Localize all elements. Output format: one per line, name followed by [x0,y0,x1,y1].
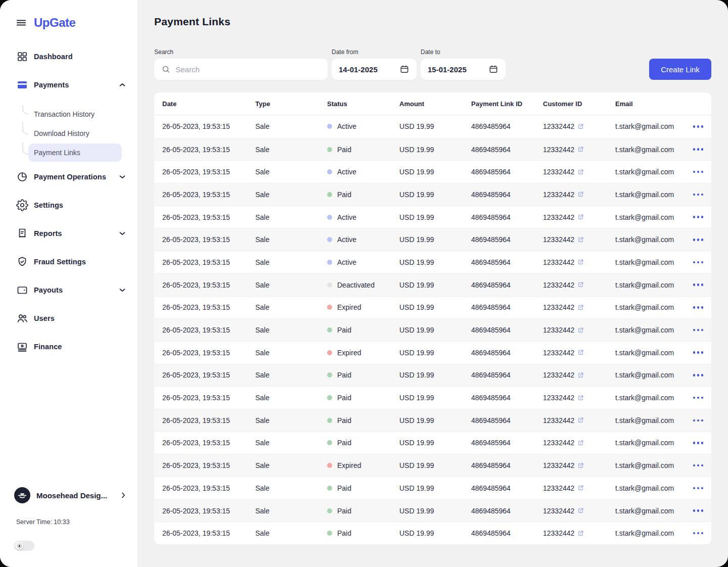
external-link-icon[interactable] [577,372,584,379]
row-actions-button[interactable] [693,349,704,356]
cell-status: Paid [327,507,399,515]
sidebar-item-dashboard[interactable]: Dashboard [0,49,138,65]
sidebar-item-download-history[interactable]: Download History [28,124,122,143]
sidebar-item-label: Payments [34,81,69,89]
row-actions-button[interactable] [693,462,704,469]
external-link-icon[interactable] [577,304,584,311]
cell-status: Paid [327,371,399,379]
sidebar-item-payment-links[interactable]: Payment Links [28,144,122,162]
sidebar-item-fraud-settings[interactable]: Fraud Settings [0,254,138,270]
cell-date: 26-05-2023, 19:53:15 [162,303,255,311]
cell-amount: USD 19.99 [399,258,471,266]
account-switcher[interactable]: Moosehead Desig... [14,487,125,503]
cell-type: Sale [255,303,327,311]
row-actions-button[interactable] [693,372,704,379]
external-link-icon[interactable] [577,259,584,265]
column-header-amount: Amount [399,100,471,108]
row-actions-button[interactable] [693,281,704,288]
cell-email: t.stark@gmail.com [615,122,689,130]
cell-customer-id: 12332442 [543,258,615,266]
chevron-up-icon [119,83,125,87]
external-link-icon[interactable] [577,395,584,401]
cell-type: Sale [255,122,327,130]
sidebar-item-payouts[interactable]: Payouts [0,282,138,298]
external-link-icon[interactable] [577,191,584,198]
external-link-icon[interactable] [577,214,584,220]
row-actions-button[interactable] [693,327,704,334]
status-dot [327,169,332,174]
external-link-icon[interactable] [577,281,584,288]
sidebar-item-payments[interactable]: Payments [0,77,138,93]
date-from-input[interactable] [339,65,399,74]
status-label: Paid [337,484,351,492]
row-actions-button[interactable] [693,304,704,311]
row-actions-button[interactable] [693,259,704,266]
row-actions-button[interactable] [693,123,704,130]
row-actions-button[interactable] [693,440,704,446]
date-to-filter: Date to [421,49,506,80]
row-actions-button[interactable] [693,395,704,401]
sidebar-item-reports[interactable]: Reports [0,225,138,242]
row-actions-button[interactable] [693,146,704,153]
cell-amount: USD 19.99 [399,168,471,176]
row-actions-button[interactable] [693,530,704,537]
status-label: Active [337,122,356,130]
sidebar-item-users[interactable]: Users [0,310,138,326]
status-label: Paid [337,371,351,379]
cell-date: 26-05-2023, 19:53:15 [162,507,255,515]
row-actions-button[interactable] [693,169,704,175]
sidebar-item-finance[interactable]: Finance [0,339,138,355]
sidebar-item-payment-operations[interactable]: Payment Operations [0,169,138,185]
customer-id-value: 12332442 [543,191,574,199]
cell-status: Active [327,258,399,266]
cell-status: Paid [327,146,399,154]
cell-status: Active [327,168,399,176]
sidebar-item-settings[interactable]: Settings [0,197,138,213]
create-link-button[interactable]: Create Link [649,59,711,80]
hamburger-menu-icon[interactable] [15,17,27,29]
table-row: 26-05-2023, 19:53:15 Sale Expired USD 19… [154,341,711,364]
external-link-icon[interactable] [577,327,584,334]
cell-status: Paid [327,529,399,537]
row-actions-button[interactable] [693,214,704,220]
search-input[interactable] [175,65,321,74]
cell-customer-id: 12332442 [543,484,615,492]
cell-customer-id: 12332442 [543,213,615,221]
external-link-icon[interactable] [577,530,584,537]
external-link-icon[interactable] [577,507,584,514]
external-link-icon[interactable] [577,123,584,130]
external-link-icon[interactable] [577,169,584,175]
tree-connector [22,143,28,155]
cell-date: 26-05-2023, 19:53:15 [162,191,255,199]
table-row: 26-05-2023, 19:53:15 Sale Deactivated US… [154,273,711,296]
external-link-icon[interactable] [577,237,584,243]
column-header-status: Status [327,100,399,108]
date-to-input[interactable] [428,65,488,74]
status-dot [327,192,332,197]
date-from-label: Date from [332,49,417,56]
customer-id-value: 12332442 [543,281,574,289]
external-link-icon[interactable] [577,349,584,356]
row-actions-button[interactable] [693,417,704,424]
row-actions-button[interactable] [693,485,704,492]
sidebar: UpGate Dashboard Payments [0,0,138,567]
cell-email: t.stark@gmail.com [615,349,689,357]
external-link-icon[interactable] [577,440,584,446]
calendar-icon[interactable] [488,64,498,74]
external-link-icon[interactable] [577,462,584,469]
row-actions-button[interactable] [693,237,704,243]
row-actions-button[interactable] [693,507,704,514]
cell-email: t.stark@gmail.com [615,371,689,379]
cell-date: 26-05-2023, 19:53:15 [162,529,255,537]
app-window: UpGate Dashboard Payments [0,0,728,567]
cell-type: Sale [255,529,327,537]
theme-toggle[interactable] [14,541,34,551]
sidebar-item-transaction-history[interactable]: Transaction History [28,105,122,123]
cell-date: 26-05-2023, 19:53:15 [162,168,255,176]
external-link-icon[interactable] [577,146,584,153]
external-link-icon[interactable] [577,485,584,491]
external-link-icon[interactable] [577,417,584,423]
table-row: 26-05-2023, 19:53:15 Sale Paid USD 19.99… [154,364,711,387]
calendar-icon[interactable] [399,64,410,74]
row-actions-button[interactable] [693,192,704,198]
